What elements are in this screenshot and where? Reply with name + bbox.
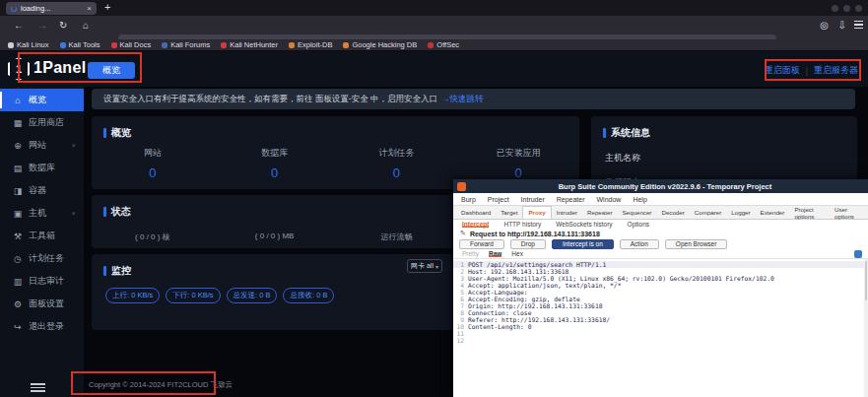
favicon (8, 42, 14, 48)
action-button[interactable]: Action (620, 239, 659, 249)
sidebar-item-container[interactable]: ◨容器 (0, 179, 84, 202)
bookmark-exploit-db[interactable]: Exploit-DB (289, 40, 332, 49)
minimize-icon[interactable] (832, 5, 838, 12)
tab-proxy[interactable]: Proxy (522, 206, 551, 219)
menu-project[interactable]: Project (488, 196, 509, 203)
reload-icon[interactable]: ↻ (59, 20, 67, 31)
bookmark-kali-forums[interactable]: Kali Forums (162, 40, 210, 49)
sidebar-collapse-icon[interactable] (31, 383, 45, 393)
drop-button[interactable]: Drop (510, 239, 546, 249)
notice-text: 设置安全入口有利于提高系统的安全性，如有需要，前往 面板设置-安全 中，启用安全… (103, 94, 437, 105)
burp-title-bar[interactable]: Burp Suite Community Edition v2022.9.6 -… (453, 179, 868, 193)
intercept-toggle-button[interactable]: Intercept is on (552, 239, 614, 249)
logout-icon: ↪ (13, 322, 23, 332)
sidebar-item-settings[interactable]: ⚙面板设置 (0, 293, 84, 315)
header-actions: 重启面板 | 重启服务器 (765, 64, 858, 77)
tab-comparer[interactable]: Comparer (690, 206, 727, 219)
back-icon[interactable]: ← (14, 20, 24, 31)
favicon (60, 42, 66, 48)
browser-tab[interactable]: loading... × (6, 2, 97, 15)
panel-header: 1 1Panel 概览 重启面板 | 重启服务器 (0, 51, 868, 87)
subtab-http-history[interactable]: HTTP history (503, 221, 541, 228)
menu-window[interactable]: Window (597, 196, 622, 203)
sidebar-item-host[interactable]: ▣主机∨ (0, 202, 84, 225)
close-window-icon[interactable] (855, 5, 862, 12)
bookmark-kali-linux[interactable]: Kali Linux (8, 40, 49, 49)
request-editor[interactable]: 1POST /api/v1/settings/search HTTP/1.1 2… (453, 259, 868, 397)
home-icon: ⌂ (13, 96, 23, 105)
favicon (221, 42, 227, 48)
stat-installed-apps: 已安装应用0 (457, 147, 579, 180)
tab-close-icon[interactable]: × (87, 4, 92, 13)
bookmark-offsec[interactable]: OffSec (428, 40, 459, 49)
menu-intruder[interactable]: Intruder (521, 196, 545, 203)
burp-window: Burp Suite Community Edition v2022.9.6 -… (453, 179, 868, 397)
bookmark-kali-nethunter[interactable]: Kali NetHunter (221, 40, 278, 49)
overview-title: 概览 (92, 116, 579, 140)
subtab-websockets-history[interactable]: WebSockets history (556, 221, 612, 228)
browser-tab-bar: loading... × + (0, 0, 868, 16)
sidebar-item-cronjob[interactable]: ◷计划任务 (0, 247, 84, 270)
tab-title: loading... (21, 4, 50, 13)
maximize-icon[interactable] (843, 5, 850, 12)
sidebar-item-toolbox[interactable]: ⚒工具箱 (0, 225, 84, 247)
bookmark-google-hacking-db[interactable]: Google Hacking DB (343, 40, 417, 49)
menu-burp[interactable]: Burp (461, 196, 476, 203)
badge-upload[interactable]: 上行: 0 KB/s (105, 288, 160, 303)
tab-project-options[interactable]: Project options (789, 206, 830, 219)
copyright-text: Copyright © 2014-2024 FIT2CLOUD 飞致云 (89, 380, 233, 390)
new-tab-button[interactable]: + (104, 1, 110, 13)
sidebar-item-logout[interactable]: ↪退出登录 (0, 315, 84, 338)
editor-scrollbar[interactable] (864, 259, 868, 397)
toolbox-icon: ⚒ (13, 232, 23, 241)
screen: loading... × + ← → ↻ ⌂ 192.168.143.131 :… (0, 0, 868, 397)
subtab-intercept[interactable]: Intercept (462, 221, 489, 228)
sidebar-item-database[interactable]: ▤数据库 (0, 157, 84, 179)
clock-icon: ◷ (13, 254, 23, 264)
notice-quick-link[interactable]: →快速跳转 (441, 94, 484, 105)
sidebar-item-appstore[interactable]: ▦应用商店 (0, 111, 84, 134)
menu-repeater[interactable]: Repeater (557, 196, 585, 203)
home-icon[interactable]: ⌂ (83, 20, 89, 31)
menu-icon[interactable] (854, 19, 863, 31)
menu-help[interactable]: Help (633, 196, 646, 203)
sidebar-item-website[interactable]: ⊕网站∨ (0, 134, 84, 157)
brand-title: 1Panel (33, 59, 86, 77)
overview-header-button[interactable]: 概览 (88, 62, 135, 79)
tab-logger[interactable]: Logger (726, 206, 755, 219)
tab-repeater[interactable]: Repeater (582, 206, 617, 219)
inspector-toggle-icon[interactable] (854, 250, 862, 258)
tab-dashboard[interactable]: Dashboard (456, 206, 496, 219)
bookmark-kali-docs[interactable]: Kali Docs (111, 40, 152, 49)
tab-intruder[interactable]: Intruder (552, 206, 582, 219)
restart-panel-link[interactable]: 重启面板 (765, 64, 800, 77)
tab-sequencer[interactable]: Sequencer (617, 206, 656, 219)
favicon (428, 42, 434, 48)
forward-button[interactable]: Forward (459, 239, 504, 249)
badge-total-sent[interactable]: 总发送: 0 B (227, 288, 278, 303)
status-memory: ( 0 / 0 ) MB (214, 232, 336, 242)
appstore-icon: ▦ (13, 118, 23, 128)
bookmark-kali-tools[interactable]: Kali Tools (60, 40, 100, 49)
badge-total-received[interactable]: 总接收: 0 B (283, 288, 334, 303)
window-controls[interactable] (832, 5, 862, 12)
downloads-icon[interactable]: ⇩ (838, 20, 846, 31)
tab-decoder[interactable]: Decoder (656, 206, 689, 219)
sidebar-item-overview[interactable]: ⌂概览 (0, 89, 84, 111)
tab-user-options[interactable]: User options (830, 206, 865, 219)
request-line: 1POST /api/v1/settings/search HTTP/1.1 (453, 261, 868, 268)
viewtab-hex[interactable]: Hex (511, 250, 523, 257)
restart-server-link[interactable]: 重启服务器 (814, 64, 858, 77)
tab-extender[interactable]: Extender (756, 206, 790, 219)
badge-download[interactable]: 下行: 0 KB/s (166, 288, 220, 303)
tab-target[interactable]: Target (496, 206, 522, 219)
subtab-options[interactable]: Options (628, 221, 649, 228)
viewtab-raw[interactable]: Raw (489, 250, 501, 257)
sidebar-item-logs[interactable]: ▥日志审计 (0, 270, 84, 293)
open-browser-button[interactable]: Open Browser (665, 239, 728, 249)
database-icon: ▤ (13, 164, 23, 173)
extensions-icon[interactable]: ◎ (820, 20, 829, 31)
viewtab-pretty[interactable]: Pretty (462, 250, 479, 257)
forward-icon[interactable]: → (37, 20, 47, 31)
nic-select[interactable]: 网卡 all▾ (407, 259, 442, 273)
